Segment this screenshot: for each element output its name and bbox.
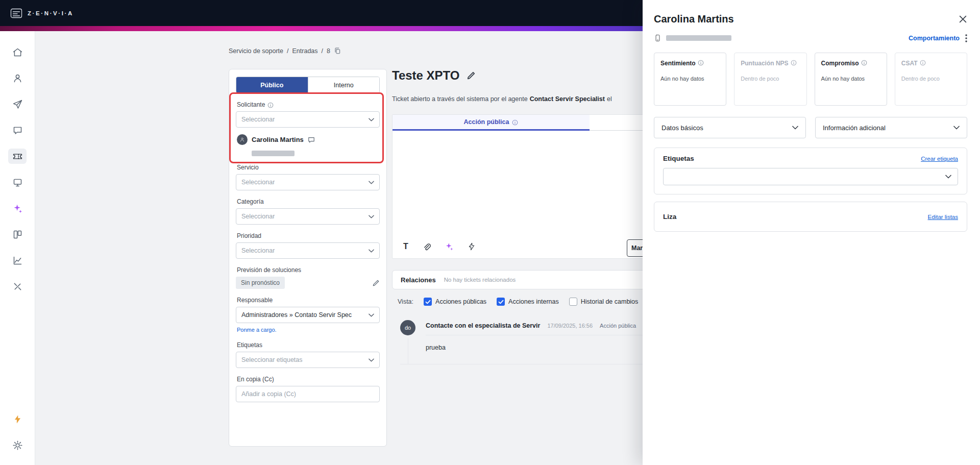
tools-icon[interactable] [8, 279, 27, 294]
solicitante-select[interactable]: Seleccionar [236, 111, 380, 128]
zenvia-logo-mark-icon [10, 8, 22, 18]
chat-bubble-icon[interactable] [308, 136, 315, 143]
solicitante-label: Solicitante [237, 101, 379, 108]
contact-phone-row [654, 34, 731, 42]
edit-title-pencil-icon[interactable] [467, 71, 476, 80]
contact-drawer: Carolina Martins Comportamiento Sentimie… [643, 0, 980, 465]
info-icon [512, 119, 518, 126]
prioridad-label: Prioridad [237, 232, 379, 239]
agent-name: Contact Servir Specialist [530, 95, 605, 103]
info-icon[interactable] [920, 60, 926, 66]
relations-title: Relaciones [401, 276, 436, 284]
contacts-icon[interactable] [8, 70, 27, 86]
tab-publico[interactable]: Público [236, 77, 308, 93]
behavior-actions: Comportamiento [909, 34, 967, 42]
attachment-paperclip-icon[interactable] [422, 242, 431, 251]
tickets-icon[interactable] [8, 149, 27, 164]
comment-author: Contacte con el especialista de Servir [426, 322, 540, 329]
info-icon[interactable] [861, 60, 867, 66]
copy-icon[interactable] [334, 47, 341, 55]
info-icon[interactable] [791, 60, 797, 66]
comment-type-badge: Acción pública [600, 323, 636, 329]
tab-interno[interactable]: Interno [308, 77, 380, 93]
quick-reply-zap-icon[interactable] [468, 242, 476, 251]
ai-sparkles-icon[interactable] [445, 242, 454, 251]
tab-accion-publica[interactable]: Acción pública [393, 115, 590, 131]
etiquetas-select[interactable]: Seleccionar etiquetas [236, 352, 380, 368]
lists-card-title: Liza [663, 213, 676, 221]
analytics-icon[interactable] [8, 253, 27, 268]
contact-tags-card: Etiquetas Crear etiqueta [654, 148, 967, 194]
requester-name: Carolina Martins [252, 136, 304, 143]
kanban-icon[interactable] [8, 227, 27, 242]
breadcrumb-item[interactable]: Servicio de soporte [229, 47, 283, 55]
behavior-link[interactable]: Comportamiento [909, 35, 960, 42]
servicio-select[interactable]: Seleccionar [236, 174, 380, 190]
cc-input[interactable] [236, 386, 380, 402]
tags-card-title: Etiquetas [663, 155, 694, 162]
drawer-header: Carolina Martins [654, 13, 967, 25]
filter-acciones-publicas[interactable]: Acciones públicas [424, 298, 486, 306]
view-filters-label: Vista: [398, 298, 413, 305]
redacted-text [666, 35, 731, 41]
info-icon[interactable] [698, 60, 704, 66]
ticket-title-row: Teste XPTO [392, 68, 476, 83]
edit-lists-link[interactable]: Editar listas [928, 214, 958, 220]
filter-acciones-internas[interactable]: Acciones internas [497, 298, 559, 306]
zenvia-logo-text: Z·E·N·V·I·A [28, 10, 74, 16]
app-root: Z·E·N·V·I·A [0, 0, 980, 465]
metric-compromiso: Compromiso Aún no hay datos [815, 53, 887, 106]
relations-empty-text: No hay tickets relacionados [444, 277, 516, 283]
thread-line [408, 338, 408, 364]
contact-name-title: Carolina Martins [654, 13, 734, 25]
categoria-label: Categoría [237, 198, 379, 205]
phone-icon [654, 34, 662, 42]
assign-to-me-link[interactable]: Ponme a cargo. [237, 327, 277, 333]
prioridad-select[interactable]: Seleccionar [236, 242, 380, 259]
home-icon[interactable] [8, 44, 27, 60]
breadcrumb-separator: / [287, 47, 288, 55]
accordion-datos-basicos[interactable]: Datos básicos [654, 117, 806, 138]
checkbox-unchecked-icon[interactable] [569, 298, 577, 306]
workspace-icon[interactable] [8, 175, 27, 190]
redacted-text [252, 151, 295, 156]
etiquetas-label: Etiquetas [237, 341, 379, 349]
categoria-select[interactable]: Seleccionar [236, 208, 380, 225]
view-filters: Vista: Acciones públicas Acciones intern… [398, 298, 638, 306]
prevision-row: Sin pronóstico [236, 277, 380, 289]
text-format-icon[interactable]: T [403, 242, 408, 251]
visibility-tabs: Público Interno [236, 77, 380, 93]
accordion-informacion-adicional[interactable]: Información adicional [815, 117, 967, 138]
chevron-down-icon [953, 126, 960, 130]
send-icon[interactable] [8, 96, 27, 112]
metric-csat: CSAT Dentro de poco [895, 53, 967, 106]
zap-icon[interactable] [8, 411, 27, 427]
metric-sentimiento: Sentimiento Aún no hay datos [654, 53, 726, 106]
responsable-label: Responsable [237, 297, 379, 304]
zenvia-logo[interactable]: Z·E·N·V·I·A [10, 8, 74, 18]
contact-lists-card: Liza Editar listas [654, 202, 967, 232]
breadcrumb-separator: / [322, 47, 323, 55]
contact-accordions: Datos básicos Información adicional [654, 117, 967, 138]
contact-metrics: Sentimiento Aún no hay datos Puntuación … [654, 53, 967, 106]
responsable-select[interactable]: Administradores » Contato Servir Spec [236, 307, 380, 323]
create-tag-link[interactable]: Crear etiqueta [921, 156, 958, 162]
ticket-subtitle: Ticket abierto a través del sistema por … [392, 95, 612, 103]
prevision-label: Previsión de soluciones [237, 266, 379, 274]
breadcrumb-item[interactable]: Entradas [292, 47, 318, 55]
sidebar [0, 31, 35, 465]
edit-pencil-icon[interactable] [372, 279, 380, 287]
selected-requester[interactable]: Carolina Martins [237, 134, 379, 145]
chevron-down-icon [369, 249, 374, 253]
chat-icon[interactable] [8, 123, 27, 138]
tags-select[interactable] [663, 168, 958, 185]
kebab-menu-icon[interactable] [965, 34, 967, 42]
checkbox-checked-icon[interactable] [497, 298, 505, 306]
ai-sparkles-icon[interactable] [8, 201, 27, 216]
close-icon[interactable] [959, 15, 967, 23]
filter-historial-cambios[interactable]: Historial de cambios [569, 298, 639, 306]
checkbox-checked-icon[interactable] [424, 298, 432, 306]
chevron-down-icon [369, 358, 374, 362]
settings-gear-icon[interactable] [8, 437, 27, 453]
cc-label: En copia (Cc) [237, 376, 379, 383]
